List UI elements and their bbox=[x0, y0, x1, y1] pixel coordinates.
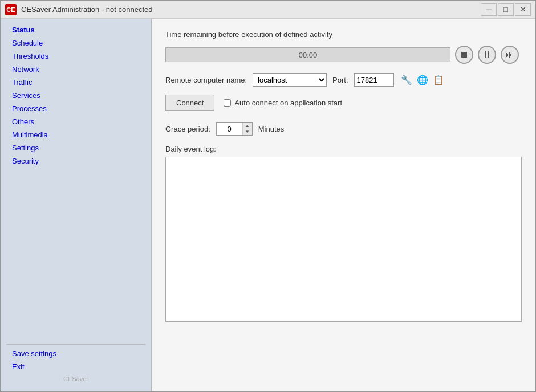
daily-event-log-label: Daily event log: bbox=[165, 145, 522, 153]
list-icon[interactable]: 📋 bbox=[432, 73, 445, 87]
minimize-button[interactable]: ─ bbox=[481, 3, 497, 16]
grace-period-input[interactable] bbox=[217, 122, 242, 135]
sidebar-item-status[interactable]: Status bbox=[1, 23, 151, 36]
pause-button[interactable]: ⏸ bbox=[478, 46, 496, 64]
sidebar-item-services[interactable]: Services bbox=[1, 89, 151, 102]
sidebar-bottom: Save settings Exit CESaver bbox=[1, 342, 151, 387]
sidebar-item-exit[interactable]: Exit bbox=[1, 360, 151, 373]
sidebar-item-thresholds[interactable]: Thresholds bbox=[1, 50, 151, 63]
connect-row: Connect Auto connect on application star… bbox=[165, 95, 522, 111]
remote-computer-label: Remote computer name: bbox=[165, 76, 247, 84]
window-controls: ─ □ ✕ bbox=[481, 3, 531, 16]
sidebar-item-multimedia[interactable]: Multimedia bbox=[1, 128, 151, 141]
sidebar-item-schedule[interactable]: Schedule bbox=[1, 36, 151, 50]
connect-button[interactable]: Connect bbox=[165, 95, 214, 111]
stop-button[interactable]: ⏹ bbox=[455, 46, 473, 64]
sidebar-item-network[interactable]: Network bbox=[1, 63, 151, 76]
sidebar-item-save-settings[interactable]: Save settings bbox=[1, 347, 151, 360]
grace-period-row: Grace period: ▲ ▼ Minutes bbox=[165, 122, 522, 136]
main-window: CE CESaver Administration - not connecte… bbox=[0, 0, 536, 392]
sidebar: Status Schedule Thresholds Network Traff… bbox=[1, 19, 152, 391]
sidebar-item-others[interactable]: Others bbox=[1, 115, 151, 128]
content-area: Status Schedule Thresholds Network Traff… bbox=[1, 19, 535, 391]
main-panel: Time remaining before execution of defin… bbox=[152, 19, 535, 391]
title-bar: CE CESaver Administration - not connecte… bbox=[1, 1, 535, 19]
sidebar-item-settings[interactable]: Settings bbox=[1, 141, 151, 154]
log-area-wrapper bbox=[165, 157, 522, 324]
timer-bar: 00:00 bbox=[165, 47, 450, 62]
sidebar-item-traffic[interactable]: Traffic bbox=[1, 76, 151, 89]
close-button[interactable]: ✕ bbox=[515, 3, 531, 16]
window-title: CESaver Administration - not connected bbox=[21, 5, 481, 14]
connection-row: Remote computer name: localhost Port: 🔧 … bbox=[165, 73, 522, 87]
auto-connect-checkbox[interactable] bbox=[224, 99, 231, 107]
spinner-buttons: ▲ ▼ bbox=[242, 122, 252, 135]
sidebar-footer: CESaver bbox=[1, 373, 151, 382]
timer-row: 00:00 ⏹ ⏸ ⏭ bbox=[165, 46, 522, 64]
remote-computer-select[interactable]: localhost bbox=[253, 73, 327, 87]
spinner-up-button[interactable]: ▲ bbox=[243, 122, 252, 129]
sidebar-item-security[interactable]: Security bbox=[1, 154, 151, 168]
port-input[interactable] bbox=[354, 73, 394, 87]
minutes-label: Minutes bbox=[258, 125, 285, 133]
maximize-button[interactable]: □ bbox=[498, 3, 514, 16]
stop-icon: ⏹ bbox=[460, 50, 469, 60]
log-area[interactable] bbox=[165, 157, 522, 322]
auto-connect-text: Auto connect on application start bbox=[234, 99, 342, 107]
grace-period-label: Grace period: bbox=[165, 125, 210, 133]
app-icon: CE bbox=[5, 4, 17, 15]
port-label: Port: bbox=[332, 76, 348, 84]
action-icons: 🔧 🌐 📋 bbox=[400, 73, 445, 87]
next-icon: ⏭ bbox=[505, 50, 514, 60]
next-button[interactable]: ⏭ bbox=[501, 46, 519, 64]
grace-period-spinner[interactable]: ▲ ▼ bbox=[216, 122, 253, 136]
globe-icon[interactable]: 🌐 bbox=[416, 73, 429, 87]
time-remaining-label: Time remaining before execution of defin… bbox=[165, 30, 522, 39]
filter-icon[interactable]: 🔧 bbox=[400, 73, 413, 87]
sidebar-item-processes[interactable]: Processes bbox=[1, 102, 151, 115]
auto-connect-label[interactable]: Auto connect on application start bbox=[224, 99, 342, 107]
spinner-down-button[interactable]: ▼ bbox=[243, 129, 252, 135]
pause-icon: ⏸ bbox=[482, 50, 492, 60]
sidebar-divider bbox=[6, 344, 145, 345]
